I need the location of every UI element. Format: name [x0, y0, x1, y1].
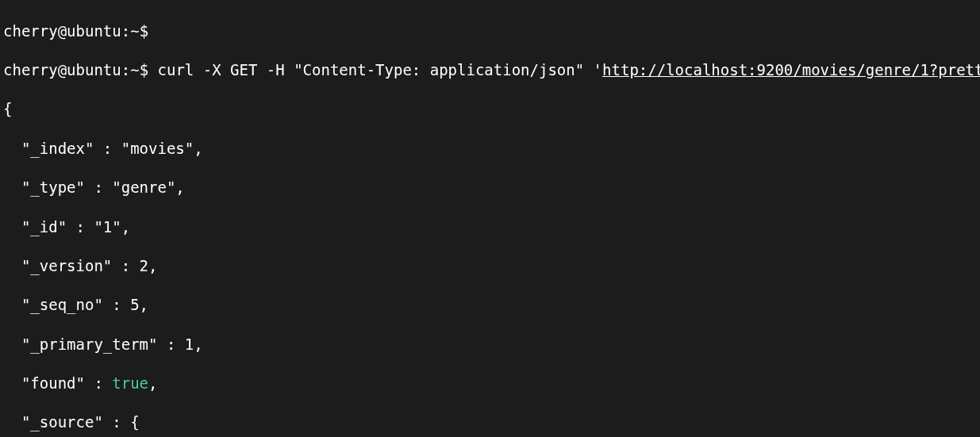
curl-command: curl -X GET -H "Content-Type: applicatio… [158, 61, 603, 79]
json-line: "_seq_no" : 5, [3, 295, 977, 315]
json-bool-true: true [112, 374, 148, 392]
prompt-colon: : [121, 61, 130, 79]
json-line-found-key: "found" : [3, 374, 112, 392]
prompt-host: ubuntu [67, 61, 121, 79]
prompt-at: @ [58, 61, 67, 79]
json-line: "_index" : "movies", [3, 139, 977, 159]
prompt-at: @ [58, 22, 67, 40]
json-line: { [3, 99, 977, 119]
prompt-dollar: $ [140, 22, 148, 40]
json-line-found-comma: , [148, 374, 157, 392]
json-line: "_primary_term" : 1, [3, 335, 977, 355]
json-line: "_type" : "genre", [3, 178, 977, 197]
prompt-path: ~ [130, 22, 139, 40]
terminal[interactable]: cherry@ubuntu:~$ cherry@ubuntu:~$ curl -… [0, 0, 980, 437]
json-line: "_source" : { [3, 412, 977, 432]
prompt-colon: : [121, 22, 130, 40]
json-line-found: "found" : true, [3, 374, 977, 393]
prompt-host: ubuntu [67, 22, 121, 40]
request-url: http://localhost:9200/movies/genre/1?pre… [602, 61, 980, 79]
json-line: "_id" : "1", [3, 217, 977, 237]
prompt-user: cherry [3, 61, 58, 79]
json-line: "_version" : 2, [3, 256, 977, 276]
prompt-line-1: cherry@ubuntu:~$ [3, 21, 977, 41]
prompt-dollar: $ [140, 61, 148, 79]
prompt-user: cherry [3, 22, 58, 40]
prompt-path: ~ [130, 61, 139, 79]
command-line: cherry@ubuntu:~$ curl -X GET -H "Content… [3, 60, 977, 80]
